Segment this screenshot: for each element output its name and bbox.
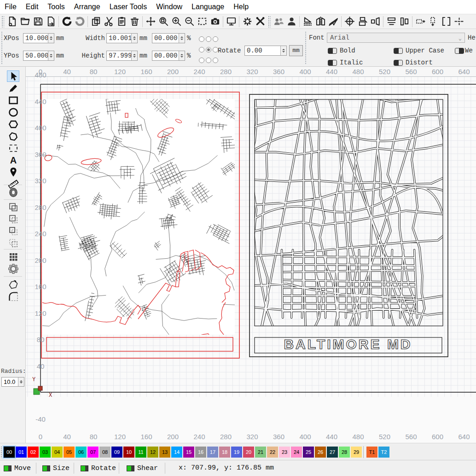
menu-item-window[interactable]: Window	[151, 0, 187, 14]
skew-button[interactable]	[327, 15, 340, 28]
team-users-button[interactable]	[272, 15, 285, 28]
width-spinner[interactable]	[131, 34, 137, 43]
weld-toggle[interactable]	[455, 48, 464, 54]
design-canvas[interactable]: XYBALTIMORE MD 0408012016020024028032036…	[26, 67, 476, 443]
menu-item-tools[interactable]: Tools	[43, 0, 69, 14]
radius-input[interactable]: 10.0	[1, 377, 24, 387]
tool-select[interactable]	[7, 70, 19, 82]
palette-swatch-01[interactable]: 01	[16, 447, 27, 458]
palette-swatch-16[interactable]: 16	[195, 447, 206, 458]
menu-item-help[interactable]: Help	[229, 0, 253, 14]
rotate-spinner[interactable]	[280, 46, 286, 55]
palette-swatch-08[interactable]: 08	[99, 447, 110, 458]
palette-swatch-13[interactable]: 13	[159, 447, 170, 458]
palette-swatch-03[interactable]: 03	[40, 447, 51, 458]
zoom-all-button[interactable]	[157, 15, 170, 28]
tool-draw-pen[interactable]	[7, 82, 19, 94]
palette-swatch-24[interactable]: 24	[291, 447, 302, 458]
status-toggle-size[interactable]: Size	[42, 460, 70, 476]
align-horizontal-button[interactable]	[385, 15, 398, 28]
palette-swatch-09[interactable]: 09	[111, 447, 122, 458]
font-dropdown[interactable]: Arial ⌄	[327, 33, 465, 43]
paste-button[interactable]	[115, 15, 128, 28]
undo-button[interactable]	[60, 15, 73, 28]
palette-swatch-02[interactable]: 02	[28, 447, 39, 458]
anchor-radio-center[interactable]	[206, 47, 211, 52]
palette-swatch-28[interactable]: 28	[339, 447, 350, 458]
tool-fillet-corner[interactable]	[7, 290, 19, 302]
ypos-input[interactable]: 50.000	[23, 51, 54, 61]
user-button[interactable]	[285, 15, 298, 28]
distort-toggle[interactable]	[394, 60, 403, 66]
center-origin-button[interactable]	[343, 15, 356, 28]
tool-hexagon[interactable]	[7, 118, 19, 130]
width-percent-input[interactable]: 00.000	[152, 33, 185, 43]
palette-swatch-T2[interactable]: T2	[378, 447, 389, 458]
palette-swatch-18[interactable]: 18	[219, 447, 230, 458]
mm-unit-button[interactable]: mm	[289, 45, 303, 56]
xpos-spinner[interactable]	[48, 34, 54, 43]
toolbar2-drag-handle[interactable]	[268, 16, 271, 28]
anchor-radio-top-left[interactable]	[199, 36, 204, 42]
zoom-out-button[interactable]	[183, 15, 196, 28]
rotate-input[interactable]: 0.00	[244, 46, 287, 56]
palette-swatch-17[interactable]: 17	[207, 447, 218, 458]
same-height-button[interactable]	[427, 15, 440, 28]
italic-toggle[interactable]	[328, 60, 337, 66]
palette-swatch-26[interactable]: 26	[315, 447, 326, 458]
tool-array-circular[interactable]	[7, 263, 19, 274]
anchor-radio-top-center[interactable]	[206, 36, 211, 42]
tool-text[interactable]: A	[7, 154, 19, 166]
same-width-button[interactable]	[414, 15, 427, 28]
anchor-radio-bottom-left[interactable]	[199, 58, 204, 63]
camera-button[interactable]	[209, 15, 221, 28]
anchor-radio-middle-left[interactable]	[199, 47, 204, 52]
palette-swatch-11[interactable]: 11	[135, 447, 146, 458]
preview-monitor-button[interactable]	[225, 15, 238, 28]
right-map-design[interactable]: BALTIMORE MD	[248, 94, 464, 357]
palette-drag-handle[interactable]	[0, 446, 3, 458]
palette-swatch-23[interactable]: 23	[279, 447, 290, 458]
new-file-button[interactable]	[6, 15, 18, 28]
tool-polygon[interactable]	[7, 130, 19, 142]
width-percent-spinner[interactable]	[179, 34, 185, 43]
menu-item-file[interactable]: File	[0, 0, 21, 14]
tool-array-grid[interactable]	[7, 251, 19, 262]
flip-vertical-button[interactable]	[301, 15, 314, 28]
bold-toggle[interactable]	[328, 48, 337, 54]
status-toggle-shear[interactable]: Shear	[127, 460, 158, 476]
uppercase-toggle[interactable]	[394, 48, 403, 54]
zoom-in-button[interactable]	[170, 15, 183, 28]
palette-swatch-T1[interactable]: T1	[366, 447, 377, 458]
save-file-button[interactable]	[31, 15, 44, 28]
menu-item-language[interactable]: Language	[187, 0, 229, 14]
palette-swatch-22[interactable]: 22	[267, 447, 278, 458]
palette-swatch-29[interactable]: 29	[351, 447, 362, 458]
status-toggle-move[interactable]: Move	[4, 460, 31, 476]
cut-button[interactable]	[102, 15, 115, 28]
palette-swatch-14[interactable]: 14	[171, 447, 182, 458]
menu-item-edit[interactable]: Edit	[21, 0, 43, 14]
palette-swatch-07[interactable]: 07	[87, 447, 99, 458]
palette-swatch-20[interactable]: 20	[243, 447, 254, 458]
tool-subtract[interactable]	[7, 213, 19, 225]
palette-swatch-12[interactable]: 12	[147, 447, 158, 458]
settings-gear-button[interactable]	[241, 15, 254, 28]
tool-ellipse[interactable]	[7, 106, 19, 118]
radius-spinner[interactable]	[18, 377, 24, 386]
tool-intersect[interactable]	[7, 225, 19, 237]
anchor-radio-bottom-right[interactable]	[213, 58, 218, 63]
pan-button[interactable]	[144, 15, 157, 28]
tools-wrench-button[interactable]	[254, 15, 267, 28]
delete-button[interactable]	[128, 15, 141, 28]
same-size-button[interactable]	[440, 15, 453, 28]
tool-pin[interactable]	[7, 166, 19, 178]
palette-swatch-25[interactable]: 25	[303, 447, 314, 458]
xpos-input[interactable]: 10.000	[23, 33, 54, 43]
width-input[interactable]: 10.001	[106, 33, 138, 43]
height-input[interactable]: 97.999	[106, 51, 138, 61]
select-marquee-button[interactable]	[196, 15, 209, 28]
palette-swatch-06[interactable]: 06	[75, 447, 87, 458]
weld-button[interactable]	[356, 15, 369, 28]
palette-swatch-05[interactable]: 05	[64, 447, 75, 458]
